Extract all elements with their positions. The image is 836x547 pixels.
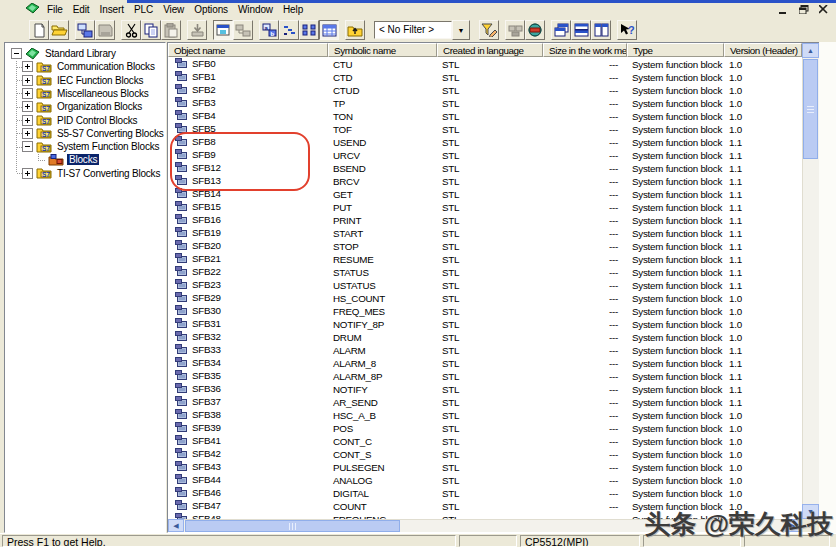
block-row-sfb15[interactable]: SFB15PUTSTL---System function block1.1 bbox=[168, 200, 802, 213]
scroll-up-icon[interactable]: ▲ bbox=[802, 43, 819, 58]
column-header-symbolic-name[interactable]: Symbolic name bbox=[328, 43, 437, 57]
tree-item-label[interactable]: System Function Blocks bbox=[55, 141, 161, 152]
cut-button[interactable] bbox=[121, 20, 141, 40]
expand-icon[interactable] bbox=[22, 128, 33, 139]
block-row-sfb38[interactable]: SFB38HSC_A_BSTL---System function block1… bbox=[168, 408, 802, 421]
block-row-sfb37[interactable]: SFB37AR_SENDSTL---System function block1… bbox=[168, 395, 802, 408]
copy-button[interactable] bbox=[141, 20, 161, 40]
expand-icon[interactable] bbox=[22, 61, 33, 72]
vertical-scroll-thumb[interactable] bbox=[803, 59, 818, 159]
block-row-sfb32[interactable]: SFB32DRUMSTL---System function block1.0 bbox=[168, 330, 802, 343]
tree-item-label[interactable]: IEC Function Blocks bbox=[55, 75, 145, 86]
offline-partner-button[interactable] bbox=[233, 20, 253, 40]
memory-card-button[interactable] bbox=[95, 20, 115, 40]
dropdown-arrow-icon[interactable]: ▼ bbox=[452, 20, 470, 40]
horizontal-scroll-thumb[interactable] bbox=[185, 520, 400, 532]
tree-item-label[interactable]: Communication Blocks bbox=[55, 61, 157, 72]
help-select-button[interactable]: ? bbox=[617, 20, 637, 40]
expand-icon[interactable] bbox=[22, 88, 33, 99]
cascade-windows-button[interactable] bbox=[551, 20, 571, 40]
simulation-button[interactable] bbox=[525, 20, 545, 40]
close-icon[interactable] bbox=[817, 4, 830, 15]
block-row-sfb34[interactable]: SFB34ALARM_8STL---System function block1… bbox=[168, 356, 802, 369]
filter-edit-button[interactable] bbox=[479, 20, 499, 40]
module-info-button[interactable] bbox=[505, 20, 525, 40]
block-row-sfb35[interactable]: SFB35ALARM_8PSTL---System function block… bbox=[168, 369, 802, 382]
column-header-object-name[interactable]: Object name bbox=[168, 43, 328, 57]
tile-horizontal-button[interactable] bbox=[571, 20, 591, 40]
menu-insert[interactable]: Insert bbox=[95, 3, 129, 16]
minimize-icon[interactable] bbox=[777, 4, 790, 15]
block-row-sfb43[interactable]: SFB43PULSEGENSTL---System function block… bbox=[168, 460, 802, 473]
tree-item-label[interactable]: Organization Blocks bbox=[55, 101, 144, 112]
restore-icon[interactable] bbox=[797, 4, 810, 15]
block-row-sfb4[interactable]: SFB4TONSTL---System function block1.0 bbox=[168, 109, 802, 122]
details-view-button[interactable] bbox=[319, 20, 339, 40]
collapse-icon[interactable] bbox=[11, 48, 22, 59]
menu-help[interactable]: Help bbox=[278, 3, 308, 16]
block-row-sfb30[interactable]: SFB30FREQ_MESSTL---System function block… bbox=[168, 304, 802, 317]
tree-item-iec-function-blocks[interactable]: S7IEC Function Blocks bbox=[7, 74, 145, 87]
block-row-sfb36[interactable]: SFB36NOTIFYSTL---System function block1.… bbox=[168, 382, 802, 395]
block-row-sfb20[interactable]: SFB20STOPSTL---System function block1.1 bbox=[168, 239, 802, 252]
open-button[interactable] bbox=[49, 20, 69, 40]
menu-file[interactable]: File bbox=[42, 3, 68, 16]
accessible-nodes-button[interactable] bbox=[75, 20, 95, 40]
column-header-version-header-[interactable]: Version (Header) bbox=[724, 43, 802, 57]
sort-button[interactable]: ab bbox=[259, 20, 279, 40]
block-row-sfb42[interactable]: SFB42CONT_SSTL---System function block1.… bbox=[168, 447, 802, 460]
block-row-sfb33[interactable]: SFB33ALARMSTL---System function block1.1 bbox=[168, 343, 802, 356]
block-row-sfb21[interactable]: SFB21RESUMESTL---System function block1.… bbox=[168, 252, 802, 265]
block-row-sfb46[interactable]: SFB46DIGITALSTL---System function block1… bbox=[168, 486, 802, 499]
block-row-sfb31[interactable]: SFB31NOTIFY_8PSTL---System function bloc… bbox=[168, 317, 802, 330]
block-row-sfb1[interactable]: SFB1CTDSTL---System function block1.0 bbox=[168, 70, 802, 83]
block-row-sfb23[interactable]: SFB23USTATUSSTL---System function block1… bbox=[168, 278, 802, 291]
tree-item-miscellaneous-blocks[interactable]: S7Miscellaneous Blocks bbox=[7, 87, 151, 100]
column-header-created-in-language[interactable]: Created in language bbox=[437, 43, 543, 57]
expand-icon[interactable] bbox=[22, 75, 33, 86]
tree-item-communication-blocks[interactable]: S7Communication Blocks bbox=[7, 60, 157, 73]
block-row-sfb39[interactable]: SFB39POSSTL---System function block1.0 bbox=[168, 421, 802, 434]
menu-window[interactable]: Window bbox=[233, 3, 278, 16]
block-row-sfb41[interactable]: SFB41CONT_CSTL---System function block1.… bbox=[168, 434, 802, 447]
block-row-sfb19[interactable]: SFB19STARTSTL---System function block1.1 bbox=[168, 226, 802, 239]
expand-icon[interactable] bbox=[22, 115, 33, 126]
expand-icon[interactable] bbox=[22, 168, 33, 179]
block-row-sfb29[interactable]: SFB29HS_COUNTSTL---System function block… bbox=[168, 291, 802, 304]
tree-item-standard-library[interactable]: Standard Library bbox=[7, 47, 118, 60]
block-filter-combobox[interactable]: < No Filter >▼ bbox=[374, 20, 470, 40]
block-row-sfb22[interactable]: SFB22STATUSSTL---System function block1.… bbox=[168, 265, 802, 278]
collapse-icon[interactable] bbox=[22, 141, 33, 152]
tree-item-label[interactable]: Blocks bbox=[67, 154, 99, 165]
tree-item-organization-blocks[interactable]: S7Organization Blocks bbox=[7, 100, 144, 113]
tree-item-system-function-blocks[interactable]: S7System Function Blocks bbox=[7, 140, 161, 153]
tree-item-ti-s7-converting-blocks[interactable]: S7TI-S7 Converting Blocks bbox=[7, 167, 162, 180]
filter-value[interactable]: < No Filter > bbox=[374, 21, 452, 39]
download-button[interactable] bbox=[187, 20, 207, 40]
tree-item-label[interactable]: Miscellaneous Blocks bbox=[55, 88, 151, 99]
paste-button[interactable] bbox=[161, 20, 181, 40]
block-row-sfb2[interactable]: SFB2CTUDSTL---System function block1.0 bbox=[168, 83, 802, 96]
menu-view[interactable]: View bbox=[158, 3, 189, 16]
menu-plc[interactable]: PLC bbox=[129, 3, 158, 16]
menu-options[interactable]: Options bbox=[189, 3, 233, 16]
column-header-size-in-the-work-me-[interactable]: Size in the work me... bbox=[543, 43, 627, 57]
new-button[interactable] bbox=[29, 20, 49, 40]
block-row-sfb3[interactable]: SFB3TPSTL---System function block1.0 bbox=[168, 96, 802, 109]
topology-button[interactable] bbox=[279, 20, 299, 40]
up-one-level-button[interactable] bbox=[345, 20, 365, 40]
tile-vertical-button[interactable] bbox=[591, 20, 611, 40]
block-row-sfb16[interactable]: SFB16PRINTSTL---System function block1.1 bbox=[168, 213, 802, 226]
tree-item-pid-control-blocks[interactable]: S7PID Control Blocks bbox=[7, 114, 139, 127]
larges-icon-button[interactable] bbox=[299, 20, 319, 40]
block-row-sfb44[interactable]: SFB44ANALOGSTL---System function block1.… bbox=[168, 473, 802, 486]
scroll-left-icon[interactable]: ◀ bbox=[168, 519, 184, 532]
tree-item-s5-s7-converting-blocks[interactable]: S7S5-S7 Converting Blocks bbox=[7, 127, 166, 140]
tree-item-label[interactable]: TI-S7 Converting Blocks bbox=[55, 168, 162, 179]
tree-item-label[interactable]: Standard Library bbox=[43, 48, 118, 59]
menu-edit[interactable]: Edit bbox=[68, 3, 95, 16]
tree-item-blocks[interactable]: Blocks bbox=[7, 153, 99, 166]
block-row-sfb0[interactable]: SFB0CTUSTL---System function block1.0 bbox=[168, 57, 802, 70]
column-header-type[interactable]: Type bbox=[627, 43, 724, 57]
online-window-button[interactable] bbox=[213, 20, 233, 40]
